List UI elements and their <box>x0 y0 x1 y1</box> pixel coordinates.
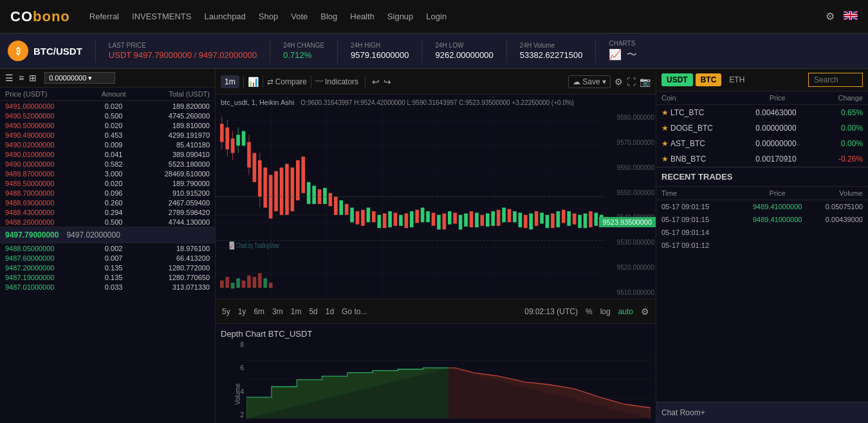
list-item[interactable]: ★ AST_BTC 0.00000000 0.00% <box>656 136 868 151</box>
svg-rect-77 <box>448 211 452 224</box>
fullscreen-icon[interactable]: ⛶ <box>627 77 636 87</box>
svg-rect-35 <box>242 131 246 146</box>
nav-signup[interactable]: Signup <box>387 12 413 21</box>
flag-icon[interactable] <box>844 11 858 22</box>
table-row[interactable]: 9488.70000000 0.096 910.915200 <box>0 188 215 198</box>
table-row[interactable]: 9488.26000000 0.500 4744.130000 <box>0 217 215 227</box>
auto-button[interactable]: auto <box>618 307 633 316</box>
table-row[interactable]: 9490.01000000 0.041 389.090410 <box>0 149 215 159</box>
mid-price-sell: 9497.02000000 <box>66 230 120 240</box>
table-row[interactable]: 9487.60000000 0.007 66.413200 <box>0 253 215 263</box>
table-row[interactable]: 9487.01000000 0.033 313.071330 <box>0 282 215 292</box>
table-row[interactable]: 9488.69000000 0.260 2467.059400 <box>0 198 215 207</box>
table-row[interactable]: 9488.43000000 0.294 2789.598420 <box>0 207 215 217</box>
table-row[interactable]: 9490.52000000 0.500 4745.260000 <box>0 111 215 120</box>
svg-rect-50 <box>301 156 305 193</box>
svg-rect-78 <box>453 212 457 223</box>
svg-rect-40 <box>258 160 262 197</box>
save-button[interactable]: ☁ Save ▾ <box>568 75 611 88</box>
timerange-6m[interactable]: 6m <box>254 307 264 316</box>
nav-launchpad[interactable]: Launchpad <box>204 12 245 21</box>
order-book-panel: ☰ ≡ ⊞ Price (USDT) Amount Total (USDT) 9… <box>0 69 216 423</box>
settings-icon[interactable]: ⚙ <box>826 10 835 23</box>
list-item[interactable]: ★ BNB_BTC 0.00170910 -0.26% <box>656 151 868 167</box>
chart-time-display: 09:02:13 (UTC) <box>524 307 578 316</box>
table-row[interactable]: 9490.00000000 0.582 5523.180000 <box>0 159 215 169</box>
price-axis: 9580.000000 9570.000000 9560.000000 9550… <box>617 114 654 296</box>
nav-blog[interactable]: Blog <box>320 12 337 21</box>
list-icon[interactable]: ≡ <box>19 73 24 83</box>
camera-icon[interactable]: 📷 <box>640 77 651 87</box>
menu-icon[interactable]: ☰ <box>5 73 14 83</box>
timeframe-1m[interactable]: 1m <box>221 75 239 88</box>
table-row[interactable]: 9489.87000000 3.000 28469.610000 <box>0 169 215 178</box>
timerange-5d[interactable]: 5d <box>309 307 317 316</box>
svg-rect-60 <box>356 211 360 224</box>
list-item[interactable]: ★ LTC_BTC 0.00463000 0.65% <box>656 105 868 120</box>
low-label: 24H LOW <box>435 42 493 49</box>
last-price-value: USDT 9497.79000000 / 9497.02000000 <box>109 50 257 60</box>
settings-gear-icon[interactable]: ⚙ <box>614 77 623 87</box>
timerange-1m[interactable]: 1m <box>291 307 302 316</box>
chart-line-icon[interactable]: 〜 <box>627 48 637 62</box>
goto-button[interactable]: Go to... <box>342 307 367 316</box>
tab-eth[interactable]: ETH <box>724 73 750 86</box>
table-row[interactable]: 9487.20000000 0.135 1280.772000 <box>0 263 215 272</box>
tab-btc[interactable]: BTC <box>696 73 722 86</box>
timerange-3m[interactable]: 3m <box>272 307 283 316</box>
depth-chart-panel: Depth Chart BTC_USDT 8 6 4 2 Volume <box>216 323 656 423</box>
nav-health[interactable]: Health <box>350 12 374 21</box>
redo-icon[interactable]: ↪ <box>383 77 391 87</box>
percent-icon[interactable]: % <box>586 307 593 316</box>
undo-icon[interactable]: ↩ <box>372 77 380 87</box>
table-row[interactable]: 9488.05000000 0.002 18.976100 <box>0 243 215 253</box>
nav-investments[interactable]: INVESTMENTS <box>132 12 191 21</box>
nav-vote[interactable]: Vote <box>291 12 308 21</box>
depth-chart-svg <box>246 341 651 418</box>
bar-chart-icon[interactable]: 📊 <box>248 77 259 87</box>
recent-trade-row[interactable]: 05-17 09:01:15 9489.41000000 0.05075100 <box>656 200 868 213</box>
table-row[interactable]: 9491.00000000 0.020 189.820000 <box>0 101 215 111</box>
recent-trade-row[interactable]: 05-17 09:01:15 9489.41000000 0.00439000 <box>656 213 868 226</box>
chat-room-button[interactable]: Chat Room+ <box>656 402 868 423</box>
compare-button[interactable]: ⇄ Compare <box>267 77 307 86</box>
current-price-tag: 9523.93500000 <box>599 217 656 227</box>
timerange-5y[interactable]: 5y <box>222 307 230 316</box>
svg-rect-79 <box>459 215 463 230</box>
svg-rect-46 <box>280 167 284 215</box>
table-row[interactable]: 9490.50000000 0.020 189.810000 <box>0 120 215 130</box>
chart-bar-icon[interactable]: 📈 <box>609 48 622 62</box>
coin-search-input[interactable] <box>808 73 863 87</box>
recent-trade-row[interactable]: 05-17 09:01:14 <box>656 226 868 239</box>
nav-login[interactable]: Login <box>426 12 447 21</box>
timerange-1y[interactable]: 1y <box>238 307 246 316</box>
logo[interactable]: CObono <box>10 8 70 25</box>
volume-value: 53382.62271500 <box>520 50 583 60</box>
list-item[interactable]: ★ DOGE_BTC 0.00000000 0.00% <box>656 120 868 136</box>
low-value: 9262.00000000 <box>435 50 493 60</box>
ticker-bar: ₿ BTC/USDT LAST PRICE USDT 9497.79000000… <box>0 33 868 69</box>
nav-shop[interactable]: Shop <box>259 12 278 21</box>
price-filter-input[interactable] <box>44 72 115 84</box>
table-row[interactable]: 9490.02000000 0.009 85.410180 <box>0 140 215 149</box>
indicators-button[interactable]: 〰 Indicators <box>315 77 358 86</box>
log-button[interactable]: log <box>600 307 611 316</box>
pair-name: BTC/USDT <box>33 46 82 57</box>
svg-rect-103 <box>589 211 593 227</box>
grid-icon[interactable]: ⊞ <box>29 73 37 83</box>
svg-rect-59 <box>350 207 354 222</box>
recent-trade-row[interactable]: 05-17 09:01:12 <box>656 239 868 252</box>
table-row[interactable]: 9489.50000000 0.020 189.790000 <box>0 178 215 188</box>
chart-bottom-bar: 5y 1y 6m 3m 1m 5d 1d Go to... 09:02:13 (… <box>216 299 656 323</box>
tab-usdt[interactable]: USDT <box>661 73 693 86</box>
timerange-1d[interactable]: 1d <box>326 307 334 316</box>
orderbook-mid-price: 9497.79000000 9497.02000000 <box>0 227 215 243</box>
nav-referral[interactable]: Referral <box>89 12 119 21</box>
svg-rect-83 <box>481 215 485 226</box>
table-row[interactable]: 9487.19000000 0.135 1280.770650 <box>0 272 215 282</box>
svg-rect-54 <box>323 188 327 204</box>
svg-rect-100 <box>573 214 577 225</box>
table-row[interactable]: 9490.49000000 0.453 4299.191970 <box>0 130 215 140</box>
chart-settings-icon[interactable]: ⚙ <box>641 306 649 317</box>
svg-rect-75 <box>437 215 441 230</box>
